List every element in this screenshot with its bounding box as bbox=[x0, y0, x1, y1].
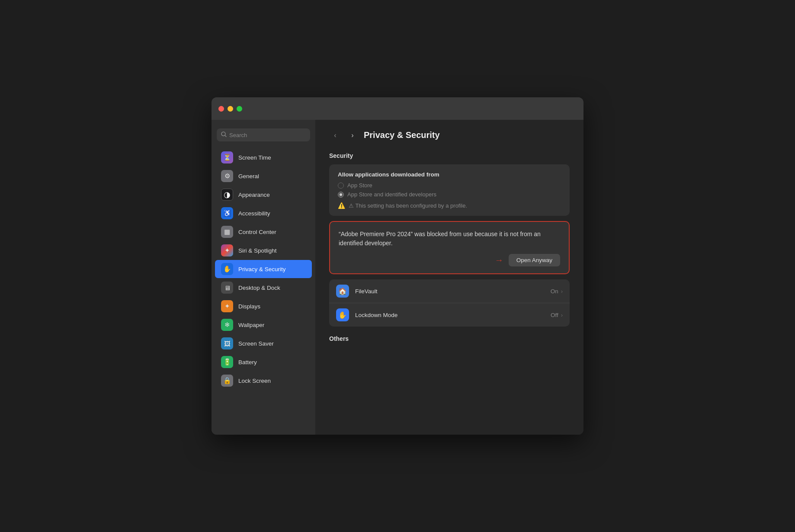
blocked-app-card: “Adobe Premiere Pro 2024” was blocked fr… bbox=[329, 221, 570, 274]
lockdown-label: Lockdown Mode bbox=[355, 312, 551, 318]
close-button[interactable] bbox=[218, 106, 224, 112]
content-area: Search ⏳ Screen Time ⚙ General ◑ Appeara… bbox=[212, 120, 583, 435]
screen-saver-icon: 🖼 bbox=[221, 337, 233, 349]
wallpaper-icon: ❄ bbox=[221, 319, 233, 331]
desktop-icon: 🖥 bbox=[221, 282, 233, 294]
accessibility-icon: ♿ bbox=[221, 207, 233, 219]
displays-icon: ✦ bbox=[221, 300, 233, 312]
sidebar-item-battery[interactable]: 🔋 Battery bbox=[215, 353, 312, 371]
maximize-button[interactable] bbox=[237, 106, 242, 112]
sidebar-label-displays: Displays bbox=[238, 303, 260, 310]
filevault-icon: 🏠 bbox=[336, 285, 349, 298]
sidebar-item-siri-spotlight[interactable]: ✦ Siri & Spotlight bbox=[215, 241, 312, 260]
open-anyway-button[interactable]: Open Anyway bbox=[509, 254, 560, 266]
profile-warning: ⚠️ ⚠ This setting has been configured by… bbox=[338, 202, 561, 209]
sidebar-item-lock-screen[interactable]: 🔒 Lock Screen bbox=[215, 372, 312, 390]
filevault-label: FileVault bbox=[355, 288, 551, 295]
warning-icon: ⚠️ bbox=[338, 202, 345, 209]
screen-time-icon: ⏳ bbox=[221, 151, 233, 163]
allow-apps-heading: Allow applications downloaded from bbox=[338, 171, 561, 178]
sidebar-item-accessibility[interactable]: ♿ Accessibility bbox=[215, 204, 312, 222]
radio-circle-app-store-identified bbox=[338, 192, 344, 198]
radio-app-store-identified[interactable]: App Store and identified developers bbox=[338, 191, 561, 198]
sidebar-label-accessibility: Accessibility bbox=[238, 210, 270, 217]
radio-label-app-store-identified: App Store and identified developers bbox=[347, 191, 436, 198]
traffic-lights bbox=[218, 106, 242, 112]
search-box[interactable]: Search bbox=[217, 128, 310, 141]
minimize-button[interactable] bbox=[228, 106, 233, 112]
sidebar-label-screen-time: Screen Time bbox=[238, 154, 271, 161]
forward-button[interactable]: › bbox=[346, 131, 359, 140]
sidebar-label-battery: Battery bbox=[238, 359, 257, 365]
back-button[interactable]: ‹ bbox=[329, 131, 341, 140]
sidebar-label-control-center: Control Center bbox=[238, 229, 276, 235]
svg-line-1 bbox=[225, 135, 226, 137]
sidebar-label-general: General bbox=[238, 173, 259, 179]
radio-circle-app-store bbox=[338, 183, 344, 189]
sidebar-item-appearance[interactable]: ◑ Appearance bbox=[215, 186, 312, 204]
sidebar-label-appearance: Appearance bbox=[238, 192, 270, 198]
control-center-icon: ▦ bbox=[221, 226, 233, 238]
titlebar bbox=[212, 97, 583, 120]
sidebar-item-wallpaper[interactable]: ❄ Wallpaper bbox=[215, 316, 312, 334]
general-icon: ⚙ bbox=[221, 170, 233, 182]
sidebar-item-control-center[interactable]: ▦ Control Center bbox=[215, 223, 312, 241]
battery-icon: 🔋 bbox=[221, 356, 233, 368]
lockdown-value: Off bbox=[551, 312, 558, 318]
sidebar-label-screen-saver: Screen Saver bbox=[238, 340, 274, 347]
search-icon bbox=[221, 131, 227, 139]
sidebar-item-privacy-security[interactable]: ✋ Privacy & Security bbox=[215, 260, 312, 278]
filevault-row[interactable]: 🏠 FileVault On › bbox=[329, 279, 570, 303]
sidebar-label-desktop-dock: Desktop & Dock bbox=[238, 285, 280, 291]
filevault-value: On bbox=[551, 288, 558, 295]
sidebar-label-wallpaper: Wallpaper bbox=[238, 322, 264, 328]
lock-icon: 🔒 bbox=[221, 375, 233, 387]
main-header: ‹ › Privacy & Security bbox=[329, 130, 570, 140]
search-container: Search bbox=[212, 125, 315, 148]
system-preferences-window: Search ⏳ Screen Time ⚙ General ◑ Appeara… bbox=[212, 97, 583, 435]
main-content: ‹ › Privacy & Security Security Allow ap… bbox=[315, 120, 583, 435]
privacy-icon: ✋ bbox=[221, 263, 233, 275]
radio-label-app-store: App Store bbox=[347, 182, 372, 189]
sidebar-item-displays[interactable]: ✦ Displays bbox=[215, 297, 312, 315]
lockdown-chevron: › bbox=[561, 312, 563, 318]
radio-app-store[interactable]: App Store bbox=[338, 182, 561, 189]
sidebar-label-privacy-security: Privacy & Security bbox=[238, 266, 286, 272]
allow-apps-card: Allow applications downloaded from App S… bbox=[329, 164, 570, 216]
lockdown-row[interactable]: ✋ Lockdown Mode Off › bbox=[329, 303, 570, 327]
sidebar-item-general[interactable]: ⚙ General bbox=[215, 167, 312, 185]
appearance-icon: ◑ bbox=[221, 189, 233, 201]
arrow-icon: → bbox=[495, 255, 503, 265]
sidebar-label-lock: Lock Screen bbox=[238, 378, 271, 384]
sidebar-item-screen-time[interactable]: ⏳ Screen Time bbox=[215, 148, 312, 167]
security-section-title: Security bbox=[329, 152, 570, 159]
others-section-title: Others bbox=[329, 335, 570, 342]
lockdown-icon: ✋ bbox=[336, 308, 349, 321]
sidebar-item-screen-saver[interactable]: 🖼 Screen Saver bbox=[215, 334, 312, 353]
sidebar-item-desktop-dock[interactable]: 🖥 Desktop & Dock bbox=[215, 279, 312, 297]
search-placeholder: Search bbox=[229, 132, 247, 138]
open-anyway-row: → Open Anyway bbox=[339, 254, 560, 266]
blocked-app-message: “Adobe Premiere Pro 2024” was blocked fr… bbox=[339, 230, 560, 248]
security-list-card: 🏠 FileVault On › ✋ Lockdown Mode Off › bbox=[329, 279, 570, 327]
filevault-chevron: › bbox=[561, 288, 563, 295]
page-title: Privacy & Security bbox=[364, 130, 440, 140]
sidebar-label-siri-spotlight: Siri & Spotlight bbox=[238, 247, 277, 254]
warning-text: ⚠ This setting has been configured by a … bbox=[349, 202, 467, 209]
sidebar: Search ⏳ Screen Time ⚙ General ◑ Appeara… bbox=[212, 120, 315, 435]
siri-icon: ✦ bbox=[221, 244, 233, 256]
